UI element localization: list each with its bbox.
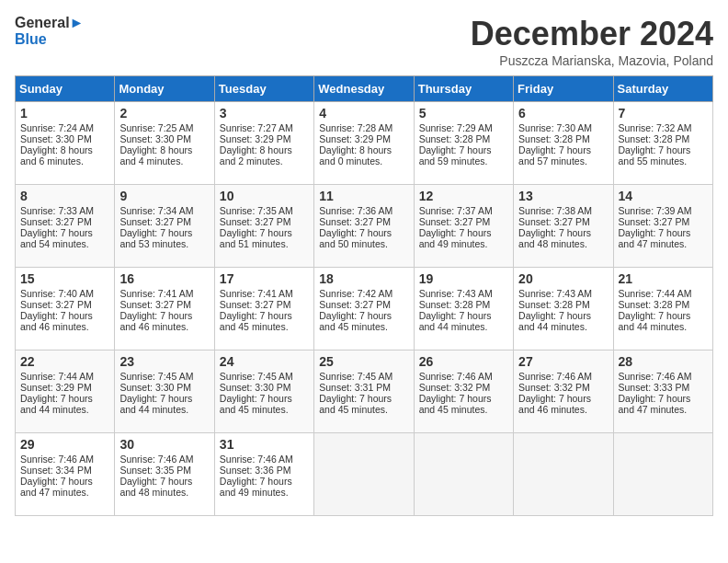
sunrise: Sunrise: 7:43 AM <box>518 288 592 299</box>
sunrise: Sunrise: 7:45 AM <box>319 371 392 382</box>
daylight: Daylight: 7 hours and 44 minutes. <box>619 310 691 332</box>
calendar-cell: 27Sunrise: 7:46 AMSunset: 3:32 PMDayligh… <box>514 350 613 433</box>
header-row: SundayMondayTuesdayWednesdayThursdayFrid… <box>16 76 713 102</box>
sunset: Sunset: 3:30 PM <box>119 133 191 144</box>
calendar-cell: 21Sunrise: 7:44 AMSunset: 3:28 PMDayligh… <box>613 268 712 350</box>
daylight: Daylight: 8 hours and 0 minutes. <box>319 144 392 167</box>
sunset: Sunset: 3:27 PM <box>20 216 92 227</box>
sunrise: Sunrise: 7:40 AM <box>20 288 94 299</box>
daylight: Daylight: 7 hours and 50 minutes. <box>319 227 392 249</box>
calendar-cell: 20Sunrise: 7:43 AMSunset: 3:28 PMDayligh… <box>514 268 613 350</box>
sunrise: Sunrise: 7:43 AM <box>419 288 493 299</box>
sunset: Sunset: 3:28 PM <box>619 133 690 144</box>
week-row-4: 22Sunrise: 7:44 AMSunset: 3:29 PMDayligh… <box>16 350 713 433</box>
header-cell-saturday: Saturday <box>613 76 712 102</box>
day-number: 6 <box>518 106 608 121</box>
calendar-cell: 25Sunrise: 7:45 AMSunset: 3:31 PMDayligh… <box>314 350 414 433</box>
day-number: 25 <box>319 354 408 369</box>
sunset: Sunset: 3:28 PM <box>518 299 590 310</box>
logo-text-line2: Blue <box>15 31 84 48</box>
day-number: 15 <box>20 271 109 286</box>
sunset: Sunset: 3:30 PM <box>119 382 191 393</box>
calendar-cell: 16Sunrise: 7:41 AMSunset: 3:27 PMDayligh… <box>115 268 214 350</box>
sunset: Sunset: 3:28 PM <box>419 299 491 310</box>
day-number: 11 <box>319 189 408 203</box>
calendar-cell: 10Sunrise: 7:35 AMSunset: 3:27 PMDayligh… <box>214 185 313 268</box>
calendar-cell: 13Sunrise: 7:38 AMSunset: 3:27 PMDayligh… <box>514 185 613 268</box>
sunrise: Sunrise: 7:41 AM <box>119 288 193 299</box>
calendar-cell: 29Sunrise: 7:46 AMSunset: 3:34 PMDayligh… <box>16 433 115 516</box>
day-number: 10 <box>220 189 309 203</box>
location: Puszcza Marianska, Mazovia, Poland <box>471 53 713 68</box>
day-number: 16 <box>119 271 209 286</box>
day-number: 31 <box>220 437 309 452</box>
daylight: Daylight: 7 hours and 49 minutes. <box>419 227 492 249</box>
daylight: Daylight: 7 hours and 47 minutes. <box>20 476 93 498</box>
calendar-cell: 28Sunrise: 7:46 AMSunset: 3:33 PMDayligh… <box>613 350 712 433</box>
daylight: Daylight: 8 hours and 2 minutes. <box>220 144 292 167</box>
sunset: Sunset: 3:32 PM <box>518 382 590 393</box>
calendar-cell: 14Sunrise: 7:39 AMSunset: 3:27 PMDayligh… <box>613 185 712 268</box>
sunset: Sunset: 3:31 PM <box>319 382 391 393</box>
header-cell-sunday: Sunday <box>16 76 115 102</box>
sunset: Sunset: 3:27 PM <box>20 299 92 310</box>
daylight: Daylight: 7 hours and 45 minutes. <box>319 393 392 415</box>
calendar-cell: 4Sunrise: 7:28 AMSunset: 3:29 PMDaylight… <box>314 102 414 185</box>
sunrise: Sunrise: 7:24 AM <box>20 122 94 133</box>
day-number: 22 <box>20 354 109 369</box>
sunrise: Sunrise: 7:46 AM <box>220 454 293 465</box>
calendar-cell: 26Sunrise: 7:46 AMSunset: 3:32 PMDayligh… <box>414 350 513 433</box>
daylight: Daylight: 7 hours and 57 minutes. <box>518 144 591 167</box>
day-number: 3 <box>220 106 309 121</box>
sunrise: Sunrise: 7:45 AM <box>119 371 193 382</box>
daylight: Daylight: 7 hours and 55 minutes. <box>619 144 691 167</box>
sunrise: Sunrise: 7:46 AM <box>20 454 94 465</box>
sunrise: Sunrise: 7:33 AM <box>20 205 94 216</box>
sunset: Sunset: 3:30 PM <box>220 382 291 393</box>
day-number: 4 <box>319 106 408 121</box>
sunrise: Sunrise: 7:35 AM <box>220 205 293 216</box>
calendar-cell <box>414 433 513 516</box>
sunrise: Sunrise: 7:34 AM <box>119 205 193 216</box>
calendar-table: SundayMondayTuesdayWednesdayThursdayFrid… <box>15 75 713 516</box>
daylight: Daylight: 7 hours and 44 minutes. <box>20 393 93 415</box>
day-number: 7 <box>619 106 708 121</box>
day-number: 23 <box>119 354 209 369</box>
sunset: Sunset: 3:28 PM <box>619 299 690 310</box>
daylight: Daylight: 8 hours and 4 minutes. <box>119 144 192 167</box>
week-row-1: 1Sunrise: 7:24 AMSunset: 3:30 PMDaylight… <box>16 102 713 185</box>
calendar-cell: 30Sunrise: 7:46 AMSunset: 3:35 PMDayligh… <box>115 433 214 516</box>
day-number: 27 <box>518 354 608 369</box>
calendar-cell: 8Sunrise: 7:33 AMSunset: 3:27 PMDaylight… <box>16 185 115 268</box>
sunrise: Sunrise: 7:46 AM <box>619 371 692 382</box>
sunset: Sunset: 3:29 PM <box>20 382 92 393</box>
sunrise: Sunrise: 7:46 AM <box>518 371 592 382</box>
sunrise: Sunrise: 7:32 AM <box>619 122 692 133</box>
day-number: 2 <box>119 106 209 121</box>
calendar-cell: 2Sunrise: 7:25 AMSunset: 3:30 PMDaylight… <box>115 102 214 185</box>
day-number: 28 <box>619 354 708 369</box>
sunset: Sunset: 3:27 PM <box>220 299 291 310</box>
sunset: Sunset: 3:35 PM <box>119 465 191 476</box>
calendar-cell: 17Sunrise: 7:41 AMSunset: 3:27 PMDayligh… <box>214 268 313 350</box>
daylight: Daylight: 7 hours and 44 minutes. <box>419 310 492 332</box>
day-number: 26 <box>419 354 508 369</box>
day-number: 20 <box>518 271 608 286</box>
calendar-cell <box>314 433 414 516</box>
week-row-5: 29Sunrise: 7:46 AMSunset: 3:34 PMDayligh… <box>16 433 713 516</box>
day-number: 8 <box>20 189 109 203</box>
header-cell-thursday: Thursday <box>414 76 513 102</box>
week-row-2: 8Sunrise: 7:33 AMSunset: 3:27 PMDaylight… <box>16 185 713 268</box>
day-number: 9 <box>119 189 209 203</box>
calendar-cell: 6Sunrise: 7:30 AMSunset: 3:28 PMDaylight… <box>514 102 613 185</box>
sunset: Sunset: 3:27 PM <box>319 299 391 310</box>
sunrise: Sunrise: 7:38 AM <box>518 205 592 216</box>
logo: General Blue General► Blue <box>15 15 84 47</box>
day-number: 24 <box>220 354 309 369</box>
sunrise: Sunrise: 7:30 AM <box>518 122 592 133</box>
calendar-cell: 31Sunrise: 7:46 AMSunset: 3:36 PMDayligh… <box>214 433 313 516</box>
calendar-cell: 12Sunrise: 7:37 AMSunset: 3:27 PMDayligh… <box>414 185 513 268</box>
sunset: Sunset: 3:28 PM <box>419 133 491 144</box>
sunrise: Sunrise: 7:45 AM <box>220 371 293 382</box>
daylight: Daylight: 7 hours and 48 minutes. <box>119 476 192 498</box>
